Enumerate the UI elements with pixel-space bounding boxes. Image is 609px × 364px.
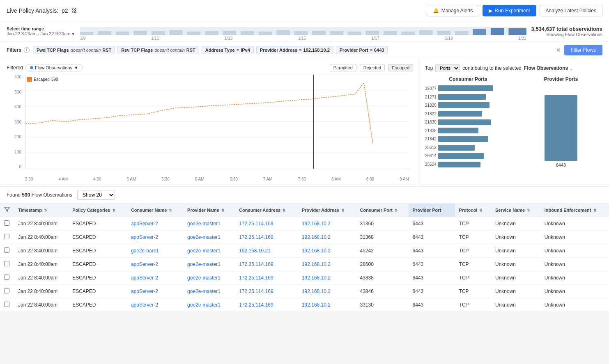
consumer-port-bars (438, 85, 511, 167)
analyze-policies-button[interactable]: Analyze Latest Policies (540, 5, 602, 16)
col-service-name[interactable]: Service Name ⇅ (491, 204, 540, 217)
table-section: Found 590 Flow Observations Show 20 Show… (0, 187, 609, 312)
table-row: Jan 22 8:40:00am ESCAPED appServer-2 goe… (0, 271, 609, 285)
row-checkbox[interactable] (0, 285, 14, 298)
legend-permitted[interactable]: Permitted (330, 64, 356, 71)
row-checkbox[interactable] (0, 217, 14, 231)
col-policy-categories[interactable]: Policy Categories ⇅ (68, 204, 127, 217)
vertical-line (313, 75, 314, 169)
row-checkbox[interactable] (0, 244, 14, 258)
bar-row (438, 162, 511, 167)
row-checkbox[interactable] (0, 231, 14, 244)
col-filter-icon[interactable] (0, 204, 14, 217)
row-consumer-address: 192.168.10.21 (235, 244, 298, 258)
row-consumer-name: appServer-2 (127, 258, 183, 271)
row-consumer-port: 33130 (356, 298, 408, 312)
flow-obs-badge[interactable]: Flow Observations ▼ (25, 64, 83, 71)
filters-info-icon[interactable]: i (24, 47, 30, 53)
chart-legend-right: Permitted Rejected Escaped (330, 64, 413, 71)
row-consumer-name: appServer-2 (127, 298, 183, 312)
chart-right: Top Ports contributing to the selected F… (420, 59, 609, 186)
row-timestamp: Jan 22 8:40:00am (14, 244, 68, 258)
bell-icon: 🔔 (433, 8, 439, 14)
row-consumer-port: 31368 (356, 231, 408, 244)
svg-rect-23 (491, 28, 504, 35)
col-consumer-address[interactable]: Consumer Address ⇅ (235, 204, 298, 217)
chart-svg (25, 75, 409, 169)
chart-left: Filtered Flow Observations ▼ Permitted R… (0, 59, 420, 186)
col-provider-address[interactable]: Provider Address ⇅ (298, 204, 356, 217)
row-consumer-address: 172.25.114.169 (235, 285, 298, 298)
row-checkbox[interactable] (0, 271, 14, 285)
bar-row (438, 136, 511, 142)
row-policy-categories: ESCAPED (68, 258, 127, 271)
row-protocol: TCP (455, 231, 491, 244)
row-protocol: TCP (455, 285, 491, 298)
run-experiment-button[interactable]: ▶ Run Experiment (483, 5, 536, 16)
row-consumer-address: 172.25.114.169 (235, 258, 298, 271)
row-consumer-port: 43846 (356, 285, 408, 298)
page-title: Live Policy Analysis: p2 ⛓ (7, 7, 77, 14)
row-provider-address: 192.168.10.2 (298, 258, 356, 271)
timeline-track[interactable] (80, 27, 526, 35)
row-consumer-address: 172.25.114.169 (235, 217, 298, 231)
row-policy-categories: ESCAPED (68, 271, 127, 285)
row-provider-name: goe2e-master1 (183, 298, 235, 312)
col-provider-port[interactable]: Provider Port ↑ (409, 204, 455, 217)
row-consumer-address: 172.25.114.169 (235, 298, 298, 312)
svg-rect-4 (152, 31, 165, 35)
svg-rect-16 (365, 31, 379, 35)
row-policy-categories: ESCAPED (68, 298, 127, 312)
provider-bar-container: 6443 (518, 85, 604, 167)
row-consumer-port: 31360 (356, 217, 408, 231)
chart-x-axis: 3:30 4 AM 4:30 5 AM 5:30 6 AM 6:30 7 AM … (25, 171, 409, 181)
filter-icon (4, 207, 10, 213)
chart-y-axis: 600 500 400 300 200 100 0 (7, 75, 23, 169)
chart-header: Filtered Flow Observations ▼ Permitted R… (7, 64, 413, 71)
consumer-ports-inner: 19377 21271 21820 21822 21830 21838 2184… (425, 85, 511, 167)
svg-rect-5 (169, 30, 183, 35)
bar-row (438, 145, 511, 151)
svg-rect-9 (241, 31, 254, 35)
chart-section: Filtered Flow Observations ▼ Permitted R… (0, 59, 609, 187)
svg-rect-24 (508, 28, 526, 35)
time-range-value[interactable]: Jan 22 3:20am - Jan 22 9:20am (7, 31, 75, 36)
show-select[interactable]: Show 20 Show 50 Show 100 (77, 190, 115, 200)
chart-right-header: Top Ports contributing to the selected F… (425, 64, 604, 72)
col-timestamp[interactable]: Timestamp ⇅ (14, 204, 68, 217)
bar-row (438, 128, 511, 133)
row-checkbox[interactable] (0, 258, 14, 271)
provider-bar-single (545, 95, 577, 161)
col-consumer-port[interactable]: Consumer Port ⇅ (356, 204, 408, 217)
legend-escaped[interactable]: Escaped (388, 64, 413, 71)
legend-rejected[interactable]: Rejected (360, 64, 385, 71)
bar-charts-container: Consumer Ports 19377 21271 21820 21822 2… (425, 76, 604, 167)
row-consumer-name: goe2e-bare1 (127, 244, 183, 258)
consumer-ports-chart: Consumer Ports 19377 21271 21820 21822 2… (425, 76, 511, 167)
ports-select[interactable]: Ports (435, 64, 460, 72)
svg-rect-1 (98, 31, 111, 35)
svg-rect-12 (294, 31, 308, 35)
row-inbound-enforcement: Unknown (540, 231, 609, 244)
table-row: Jan 22 8:40:00am ESCAPED appServer-2 goe… (0, 258, 609, 271)
svg-rect-0 (80, 32, 94, 35)
svg-rect-21 (455, 31, 469, 35)
row-policy-categories: ESCAPED (68, 231, 127, 244)
filter-clear-button[interactable]: ✕ (556, 47, 561, 53)
header-left: Live Policy Analysis: p2 ⛓ (7, 7, 77, 14)
col-consumer-name[interactable]: Consumer Name ⇅ (127, 204, 183, 217)
row-provider-name: goe2e-master1 (183, 271, 235, 285)
filters-bar: Filters i Fwd TCP Flags doesn't contain … (0, 41, 609, 59)
filter-flows-button[interactable]: Filter Flows (564, 45, 602, 55)
filtered-label: Filtered Flow Observations ▼ (7, 64, 83, 71)
manage-alerts-button[interactable]: 🔔 Manage Alerts (427, 5, 479, 16)
col-provider-name[interactable]: Provider Name ⇅ (183, 204, 235, 217)
experiment-icon: ▶ (489, 8, 492, 14)
svg-rect-17 (384, 31, 397, 35)
row-service-name: Unknown (491, 217, 540, 231)
col-inbound-enforcement[interactable]: Inbound Enforcement ⇅ (540, 204, 609, 217)
bar-row (438, 119, 511, 125)
filter-chip-fwd-tcp: Fwd TCP Flags doesn't contain RST (33, 46, 115, 54)
row-checkbox[interactable] (0, 298, 14, 312)
col-protocol[interactable]: Protocol ⇅ (455, 204, 491, 217)
